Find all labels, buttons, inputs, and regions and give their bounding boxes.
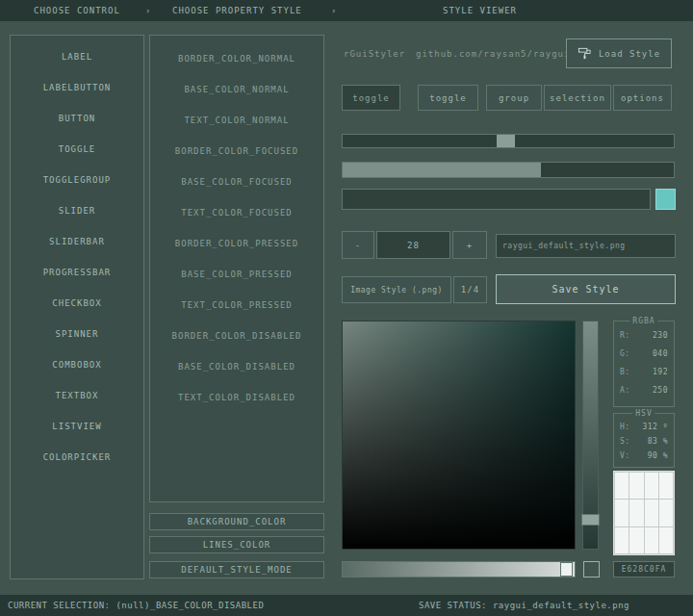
chevron-right-icon: › bbox=[145, 6, 151, 15]
demo-toggle-2[interactable]: toggle bbox=[418, 85, 478, 111]
rgba-groupbox: RGBA R:230 G:040 B:192 A:250 bbox=[613, 321, 675, 407]
save-style-button[interactable]: Save Style bbox=[496, 274, 676, 304]
rgba-title: RGBA bbox=[629, 317, 657, 325]
alpha-slider[interactable] bbox=[342, 561, 576, 578]
image-style-button[interactable]: Image Style (.png) bbox=[342, 276, 451, 303]
progressbar-fill bbox=[343, 163, 541, 177]
palette-cell[interactable] bbox=[645, 500, 658, 526]
control-item-progressbar[interactable]: PROGRESSBAR bbox=[11, 257, 143, 288]
palette-cell[interactable] bbox=[615, 527, 629, 553]
control-item-label[interactable]: LABEL bbox=[11, 41, 143, 72]
properties-listview: BORDER_COLOR_NORMAL BASE_COLOR_NORMAL TE… bbox=[149, 35, 324, 502]
palette-cell[interactable] bbox=[659, 473, 673, 499]
toggle-group-selection[interactable]: selection bbox=[544, 85, 611, 111]
background-color-button[interactable]: BACKGROUND_COLOR bbox=[149, 513, 324, 530]
property-item-border-color-focused[interactable]: BORDER_COLOR_FOCUSED bbox=[150, 136, 323, 167]
control-item-combobox[interactable]: COMBOBOX bbox=[11, 349, 143, 380]
palette-cell[interactable] bbox=[629, 473, 643, 499]
property-item-base-color-pressed[interactable]: BASE_COLOR_PRESSED bbox=[150, 259, 323, 290]
property-item-text-color-disabled[interactable]: TEXT_COLOR_DISABLED bbox=[150, 382, 323, 413]
palette-cell[interactable] bbox=[659, 500, 673, 526]
color-picker-sv-panel[interactable] bbox=[342, 321, 576, 550]
palette-cell[interactable] bbox=[645, 473, 658, 499]
app-title: rGuiStyler bbox=[344, 49, 405, 59]
demo-textbox[interactable] bbox=[342, 189, 651, 210]
demo-slider[interactable] bbox=[342, 134, 675, 148]
rgba-row-a: A:250 bbox=[620, 386, 668, 395]
rgba-row-b: B:192 bbox=[620, 368, 668, 376]
size-value-box[interactable]: 28 bbox=[376, 231, 450, 259]
palette-cell[interactable] bbox=[659, 527, 673, 553]
chevron-right-icon: › bbox=[331, 6, 337, 15]
rgba-row-g: G:040 bbox=[620, 349, 668, 358]
property-item-base-color-normal[interactable]: BASE_COLOR_NORMAL bbox=[150, 74, 323, 105]
property-item-text-color-pressed[interactable]: TEXT_COLOR_PRESSED bbox=[150, 290, 323, 321]
palette-cell[interactable] bbox=[629, 500, 643, 526]
toggle-group-options[interactable]: options bbox=[613, 85, 672, 111]
property-item-border-color-pressed[interactable]: BORDER_COLOR_PRESSED bbox=[150, 228, 323, 259]
demo-progressbar bbox=[342, 162, 675, 178]
workflow-bar: CHOOSE CONTROL › CHOOSE PROPERTY STYLE ›… bbox=[0, 0, 693, 21]
style-color-palette bbox=[613, 471, 675, 555]
demo-checkbox-swatch[interactable] bbox=[655, 189, 676, 210]
control-item-button[interactable]: BUTTON bbox=[11, 103, 143, 134]
hex-color-input[interactable]: E628C0FA bbox=[613, 561, 675, 578]
step-choose-control: CHOOSE CONTROL bbox=[34, 6, 120, 15]
hue-slider-handle[interactable] bbox=[581, 514, 600, 526]
palette-cell[interactable] bbox=[615, 500, 629, 526]
size-minus-button[interactable]: - bbox=[342, 231, 374, 259]
hsv-row-v: V:90 % bbox=[620, 451, 668, 460]
demo-toggle-1[interactable]: toggle bbox=[342, 85, 400, 111]
property-item-text-color-focused[interactable]: TEXT_COLOR_FOCUSED bbox=[150, 197, 323, 228]
property-item-text-color-normal[interactable]: TEXT_COLOR_NORMAL bbox=[150, 105, 323, 136]
page-indicator-button[interactable]: 1/4 bbox=[453, 276, 487, 303]
property-item-base-color-disabled[interactable]: BASE_COLOR_DISABLED bbox=[150, 351, 323, 382]
control-item-colorpicker[interactable]: COLORPICKER bbox=[11, 442, 143, 473]
controls-listview: LABEL LABELBUTTON BUTTON TOGGLE TOGGLEGR… bbox=[10, 35, 144, 579]
alpha-slider-handle[interactable] bbox=[560, 562, 573, 577]
step-style-viewer: STYLE VIEWER bbox=[443, 6, 517, 15]
property-item-border-color-normal[interactable]: BORDER_COLOR_NORMAL bbox=[150, 43, 323, 74]
hsv-row-h: H:312 º bbox=[620, 423, 668, 431]
control-item-togglegroup[interactable]: TOGGLEGROUP bbox=[11, 165, 143, 195]
repo-link[interactable]: github.com/raysan5/raygui bbox=[416, 49, 570, 59]
control-item-checkbox[interactable]: CHECKBOX bbox=[11, 288, 143, 319]
lines-color-button[interactable]: LINES_COLOR bbox=[149, 536, 324, 553]
rgba-row-r: R:230 bbox=[620, 331, 668, 340]
control-item-labelbutton[interactable]: LABELBUTTON bbox=[11, 72, 143, 103]
status-bar: CURRENT SELECTION: (null)_BASE_COLOR_DIS… bbox=[0, 595, 693, 616]
palette-cell[interactable] bbox=[645, 527, 658, 553]
control-item-textbox[interactable]: TEXTBOX bbox=[11, 380, 143, 411]
palette-cell[interactable] bbox=[615, 473, 629, 499]
control-item-spinner[interactable]: SPINNER bbox=[11, 319, 143, 349]
default-style-mode-button[interactable]: DEFAULT_STYLE_MODE bbox=[149, 561, 324, 578]
hsv-groupbox: HSV H:312 º S:83 % V:90 % bbox=[613, 413, 675, 468]
toggle-group-group[interactable]: group bbox=[486, 85, 542, 111]
step-choose-property-style: CHOOSE PROPERTY STYLE bbox=[172, 6, 302, 15]
control-item-sliderbar[interactable]: SLIDERBAR bbox=[11, 226, 143, 257]
control-item-slider[interactable]: SLIDER bbox=[11, 195, 143, 226]
hsv-row-s: S:83 % bbox=[620, 437, 668, 446]
hue-slider[interactable] bbox=[582, 321, 599, 550]
property-item-border-color-disabled[interactable]: BORDER_COLOR_DISABLED bbox=[150, 321, 323, 351]
size-plus-button[interactable]: + bbox=[452, 231, 487, 259]
control-item-listview[interactable]: LISTVIEW bbox=[11, 411, 143, 442]
slider-handle[interactable] bbox=[497, 135, 515, 147]
load-style-button[interactable]: Load Style bbox=[566, 38, 672, 68]
save-status: SAVE STATUS: raygui_default_style.png bbox=[419, 601, 629, 610]
load-style-label: Load Style bbox=[599, 49, 660, 59]
filename-input[interactable]: raygui_default_style.png bbox=[496, 234, 676, 258]
control-item-toggle[interactable]: TOGGLE bbox=[11, 134, 143, 165]
current-selection-status: CURRENT SELECTION: (null)_BASE_COLOR_DIS… bbox=[8, 601, 264, 610]
palette-cell[interactable] bbox=[629, 527, 643, 553]
property-item-base-color-focused[interactable]: BASE_COLOR_FOCUSED bbox=[150, 167, 323, 197]
paint-roller-icon bbox=[578, 46, 592, 61]
color-mode-box[interactable] bbox=[583, 561, 600, 578]
hsv-title: HSV bbox=[632, 409, 654, 418]
